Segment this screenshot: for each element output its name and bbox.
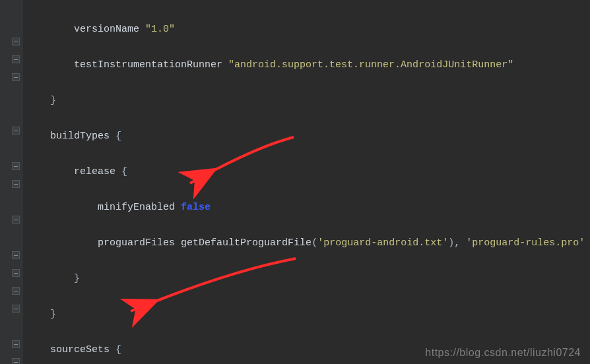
code-line: minifyEnabled false	[26, 198, 590, 216]
code-line: testInstrumentationRunner "android.suppo…	[26, 56, 590, 74]
fold-icon[interactable]	[12, 251, 20, 259]
code-line: }	[26, 305, 590, 323]
fold-icon[interactable]	[12, 216, 20, 224]
gutter	[0, 0, 22, 364]
fold-icon[interactable]	[12, 55, 20, 63]
code-line: release {	[26, 163, 590, 181]
fold-icon[interactable]	[12, 73, 20, 81]
fold-icon[interactable]	[12, 180, 20, 188]
fold-icon[interactable]	[12, 287, 20, 295]
fold-icon[interactable]	[12, 162, 20, 170]
fold-icon[interactable]	[12, 305, 20, 313]
code-line: proguardFiles getDefaultProguardFile('pr…	[26, 234, 590, 252]
watermark-text: https://blog.csdn.net/liuzhi0724	[425, 347, 581, 359]
fold-icon[interactable]	[12, 358, 20, 364]
fold-icon[interactable]	[12, 340, 20, 348]
code-line: }	[26, 92, 590, 109]
fold-icon[interactable]	[12, 269, 20, 277]
fold-icon[interactable]	[12, 127, 20, 135]
code-editor: versionName "1.0" testInstrumentationRun…	[0, 0, 590, 364]
code-area[interactable]: versionName "1.0" testInstrumentationRun…	[22, 0, 590, 364]
code-line: buildTypes {	[26, 127, 590, 145]
code-line: versionName "1.0"	[26, 20, 590, 38]
code-line: }	[26, 270, 590, 288]
fold-icon[interactable]	[12, 38, 20, 46]
